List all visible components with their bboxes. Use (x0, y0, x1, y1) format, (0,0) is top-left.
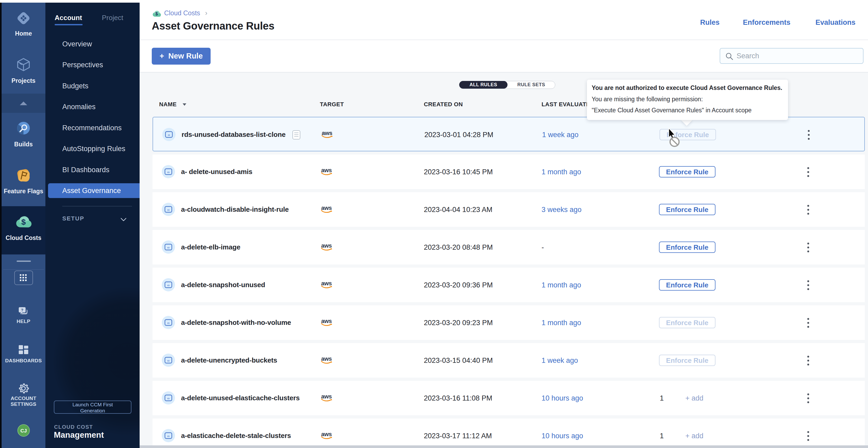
svg-text:$: $ (155, 11, 158, 16)
svg-text:‹›: ‹› (167, 396, 170, 400)
svg-text:‹›: ‹› (167, 245, 170, 249)
svg-text:aws: aws (322, 130, 332, 136)
svg-text:‹›: ‹› (167, 358, 170, 363)
svg-text:?: ? (21, 308, 23, 312)
svg-text:‹›: ‹› (167, 208, 170, 212)
svg-text:aws: aws (321, 355, 332, 362)
svg-text:aws: aws (321, 242, 332, 249)
svg-text:$: $ (21, 217, 26, 226)
svg-text:aws: aws (321, 280, 332, 287)
svg-text:‹›: ‹› (167, 283, 170, 287)
svg-text:‹›: ‹› (167, 170, 170, 174)
svg-text:‹›: ‹› (167, 434, 170, 438)
svg-text:aws: aws (321, 318, 332, 324)
svg-text:aws: aws (321, 205, 332, 211)
svg-text:‹›: ‹› (168, 133, 170, 137)
svg-text:aws: aws (321, 431, 332, 438)
svg-text:aws: aws (321, 393, 332, 400)
svg-text:‹›: ‹› (167, 321, 170, 325)
svg-text:aws: aws (321, 167, 332, 173)
